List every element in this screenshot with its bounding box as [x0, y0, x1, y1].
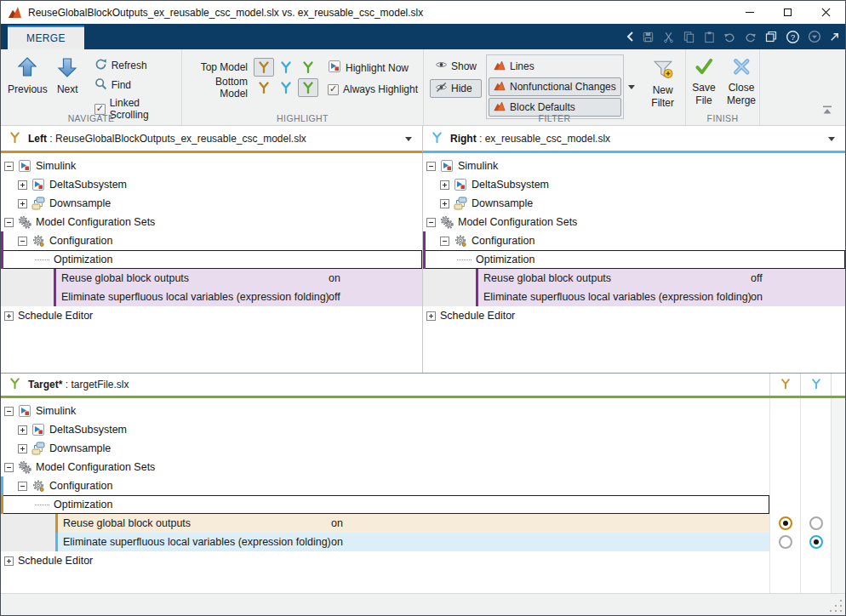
expand-icon[interactable]	[440, 180, 449, 190]
filter-item-lines[interactable]: Lines	[489, 57, 621, 76]
top-model-left-toggle[interactable]	[254, 58, 274, 77]
hide-button[interactable]: Hide	[430, 79, 482, 98]
target-pane-header[interactable]: Target* : targetFile.slx	[1, 373, 845, 398]
tree-row-optimization-selected[interactable]: Optimization	[1, 495, 769, 514]
tree-row-model-config-sets[interactable]: Model Configuration Sets	[1, 458, 769, 476]
collapse-icon[interactable]	[440, 237, 449, 246]
quick-access-toolbar: ?	[626, 24, 840, 49]
diff-indicator	[423, 231, 426, 269]
param-row-eliminate-superfluous[interactable]: Eliminate superfluous local variables (e…	[423, 288, 845, 306]
collapse-icon[interactable]	[4, 218, 14, 227]
param-row-reuse-global[interactable]: Reuse global block outputs on	[1, 269, 422, 288]
target-pane-title: Target*	[28, 379, 62, 391]
refresh-button[interactable]: Refresh	[94, 58, 181, 73]
top-model-target-toggle[interactable]	[298, 58, 318, 77]
tree-row-configuration[interactable]: Configuration	[1, 231, 422, 250]
expand-icon[interactable]	[18, 444, 27, 453]
save-icon[interactable]	[642, 31, 655, 43]
arrow-up-icon	[16, 56, 38, 81]
maximize-button[interactable]	[769, 1, 807, 24]
tree-row-simulink[interactable]: Simulink	[1, 157, 422, 175]
param-row-reuse-global[interactable]: Reuse global block outputs on	[1, 514, 769, 533]
tree-row-schedule-editor[interactable]: Schedule Editor	[1, 306, 422, 325]
bottom-model-target-toggle[interactable]	[298, 78, 318, 97]
collapse-left-icon[interactable]	[626, 31, 634, 43]
tree-row-configuration[interactable]: Configuration	[423, 231, 845, 250]
highlight-now-button[interactable]: Highlight Now	[328, 60, 418, 76]
ribbon-spacer	[760, 49, 845, 125]
cut-icon[interactable]	[662, 31, 675, 43]
tree-row-model-config-sets[interactable]: Model Configuration Sets	[1, 213, 422, 231]
tree-row-deltasubsystem[interactable]: DeltaSubsystem	[1, 175, 422, 194]
tree-row-model-config-sets[interactable]: Model Configuration Sets	[423, 213, 845, 231]
collapse-icon[interactable]	[4, 407, 14, 416]
bottom-model-right-toggle[interactable]	[276, 78, 296, 97]
collapse-icon[interactable]	[18, 237, 27, 246]
close-button[interactable]	[807, 1, 845, 24]
tree-row-configuration[interactable]: Configuration	[1, 476, 769, 495]
find-button[interactable]: Find	[94, 77, 181, 93]
radio-unselected[interactable]	[809, 516, 823, 530]
always-highlight-checkbox[interactable]: Always Highlight	[328, 83, 418, 95]
left-tree-pane: Simulink DeltaSubsystem Downsample Model…	[1, 153, 423, 373]
tree-row-simulink[interactable]: Simulink	[1, 402, 769, 420]
filter-list-dropdown[interactable]	[626, 54, 637, 119]
expand-icon[interactable]	[18, 199, 27, 208]
ribbon: Previous Next Refresh Find Linked Scroll…	[1, 49, 845, 126]
top-model-right-toggle[interactable]	[276, 58, 296, 77]
choose-left-column-header	[769, 374, 800, 396]
param-row-eliminate-superfluous[interactable]: Eliminate superfluous local variables (e…	[1, 533, 769, 551]
param-row-reuse-global[interactable]: Reuse global block outputs off	[423, 269, 845, 288]
left-pane-header[interactable]: Left : ReuseGlobalBlockOutputs_ex_reusab…	[1, 126, 423, 153]
chevron-down-icon[interactable]	[828, 137, 835, 141]
copy-icon[interactable]	[683, 31, 695, 43]
redo-icon[interactable]	[744, 31, 757, 43]
tree-row-schedule-editor[interactable]: Schedule Editor	[1, 551, 769, 570]
expand-icon[interactable]	[426, 311, 436, 321]
resize-grip-icon[interactable]	[840, 610, 842, 612]
collapse-icon[interactable]	[426, 162, 436, 171]
tree-row-deltasubsystem[interactable]: DeltaSubsystem	[1, 420, 769, 439]
radio-selected-left[interactable]	[779, 516, 792, 530]
radio-selected-right[interactable]	[809, 535, 823, 549]
expand-icon[interactable]	[4, 311, 14, 321]
tree-row-downsample[interactable]: Downsample	[1, 439, 769, 458]
tree-leader	[35, 260, 49, 260]
paste-icon[interactable]	[703, 31, 716, 43]
section-filter: Show Hide Lines Nonfunctional Changes	[424, 49, 686, 125]
tree-row-downsample[interactable]: Downsample	[423, 194, 845, 213]
eye-icon	[435, 60, 448, 72]
tree-row-simulink[interactable]: Simulink	[423, 157, 845, 175]
tree-row-schedule-editor[interactable]: Schedule Editor	[423, 306, 845, 325]
minimize-button[interactable]	[730, 1, 769, 24]
expand-icon[interactable]	[18, 425, 27, 435]
collapse-icon[interactable]	[426, 218, 436, 227]
tree-row-downsample[interactable]: Downsample	[1, 194, 422, 213]
filter-item-nonfunctional[interactable]: Nonfunctional Changes	[489, 77, 621, 96]
chevron-down-icon[interactable]	[405, 137, 412, 141]
undo-icon[interactable]	[723, 31, 736, 43]
tree-row-optimization-selected[interactable]: Optimization	[1, 250, 422, 269]
layout-windows-icon[interactable]	[764, 30, 778, 43]
expand-icon[interactable]	[440, 199, 449, 208]
expand-icon[interactable]	[4, 556, 14, 566]
tree-row-deltasubsystem[interactable]: DeltaSubsystem	[423, 175, 845, 194]
radio-unselected[interactable]	[779, 535, 792, 549]
help-icon[interactable]: ?	[786, 30, 800, 44]
expand-icon[interactable]	[18, 180, 27, 190]
tab-merge[interactable]: MERGE	[8, 26, 84, 49]
show-button[interactable]: Show	[430, 57, 482, 75]
branch-amber-icon	[9, 131, 21, 146]
dropdown-circle-icon[interactable]	[808, 30, 821, 43]
bottom-model-left-toggle[interactable]	[254, 78, 274, 97]
collapse-icon[interactable]	[4, 463, 14, 472]
right-pane-header[interactable]: Right : ex_reusable_csc_model.slx	[423, 126, 845, 153]
undock-icon[interactable]	[829, 31, 840, 43]
collapse-icon[interactable]	[18, 482, 27, 491]
param-row-eliminate-superfluous[interactable]: Eliminate superfluous local variables (e…	[1, 288, 422, 306]
collapse-ribbon-button[interactable]	[821, 105, 833, 118]
subsystem-icon	[31, 178, 45, 191]
scrollbar-track[interactable]	[831, 398, 845, 593]
tree-row-optimization-selected[interactable]: Optimization	[423, 250, 845, 269]
collapse-icon[interactable]	[4, 162, 14, 171]
